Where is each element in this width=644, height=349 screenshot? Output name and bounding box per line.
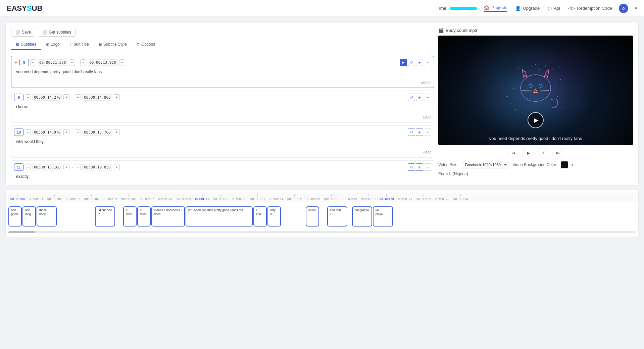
- subtitle-9-controls: 9 − 00:00:14.270 + - − 00:00:14.900 + ↺ …: [14, 94, 431, 101]
- subtitle-8-add-btn[interactable]: +: [416, 59, 423, 66]
- subtitle-11-end-minus[interactable]: −: [75, 164, 81, 170]
- sep-11: -: [71, 165, 73, 169]
- svg-point-15: [510, 103, 511, 104]
- subtitle-9-start-minus[interactable]: −: [25, 94, 31, 100]
- clip-ohh-alright[interactable]: ohh alrig...: [22, 206, 36, 227]
- svg-point-4: [539, 69, 540, 70]
- subtitle-8-play-btn[interactable]: ▶: [400, 59, 407, 66]
- tab-logo[interactable]: ▣ Logo: [41, 39, 64, 50]
- subtitle-10-controls: 10 − 00:00:14.970 + - − 00:00:15.700 + ↺…: [14, 129, 431, 136]
- user-dropdown-icon[interactable]: ▾: [635, 6, 637, 11]
- clip-you-played[interactable]: you playe...: [373, 206, 393, 227]
- bg-color-label: Video Background Color:: [513, 162, 557, 167]
- clip-you-need-text: you need depends pretty good i don't rea…: [188, 208, 250, 212]
- clip-and-that[interactable]: and that i...: [327, 206, 347, 227]
- skip-back-button[interactable]: ⏮: [508, 148, 519, 158]
- subtitle-9-del-btn[interactable]: −: [424, 94, 431, 101]
- clip-congratula[interactable]: congratula...: [352, 206, 372, 227]
- svg-point-10: [555, 85, 556, 85]
- subtitle-8-end-minus[interactable]: −: [80, 59, 86, 65]
- subtitle-11-text[interactable]: exactly: [14, 173, 431, 180]
- sep-10: -: [71, 130, 73, 134]
- video-play-button[interactable]: ▶: [528, 112, 544, 128]
- subtitle-11-add-btn[interactable]: +: [416, 163, 423, 171]
- time-indicator: [450, 7, 477, 10]
- clip-exactly[interactable]: exactl...: [306, 206, 319, 227]
- clip-it-does-2[interactable]: it does: [137, 206, 151, 227]
- subtitle-8-text[interactable]: you need depends pretty good i don't rea…: [14, 68, 431, 80]
- clip-didnt-see[interactable]: i didn't see th...: [95, 206, 115, 227]
- clip-it-does-1[interactable]: it does: [123, 206, 137, 227]
- subtitle-8-end-plus[interactable]: +: [119, 59, 125, 65]
- tab-subtitles[interactable]: ▦ Subtitles: [11, 39, 41, 50]
- ruler-mark-14: 00:00:14: [267, 194, 285, 201]
- subtitle-10-text[interactable]: why would they: [14, 138, 431, 150]
- subtitle-8-refresh-btn[interactable]: ↺: [408, 59, 415, 66]
- clip-and-that-text: and that i...: [330, 208, 345, 216]
- subtitle-11-start-plus[interactable]: +: [63, 164, 69, 170]
- clip-i-know[interactable]: i kno...: [253, 206, 267, 227]
- subtitle-10-refresh-btn[interactable]: ↺: [408, 129, 415, 136]
- video-size-select[interactable]: Facebook-1920x1080: [462, 161, 509, 168]
- logo[interactable]: EASYSUB: [7, 4, 42, 13]
- scrollbar-thumb[interactable]: [8, 231, 35, 233]
- svg-point-23: [521, 75, 551, 102]
- clip-those-body[interactable]: those body...: [37, 206, 57, 227]
- timeline-scrollbar[interactable]: [6, 231, 638, 234]
- subtitle-10-end-plus[interactable]: +: [114, 129, 120, 135]
- subtitle-10-add-btn[interactable]: +: [416, 129, 423, 136]
- subtitle-9-end-plus[interactable]: +: [114, 94, 120, 100]
- clip-ohh-good[interactable]: ohh good: [8, 206, 22, 227]
- clip-it-does-depends[interactable]: it does it depends it does: [151, 206, 185, 227]
- clip-it-does-1-text: it does: [126, 208, 134, 216]
- subtitle-10-start-minus[interactable]: −: [25, 129, 31, 135]
- subtitle-8-del-btn[interactable]: −: [424, 59, 431, 66]
- nav-projects[interactable]: 🏠 Projects: [484, 5, 507, 12]
- tab-text-title[interactable]: T Text Title: [64, 39, 94, 50]
- video-size-label: Video Size:: [438, 162, 459, 167]
- skip-forward-button[interactable]: ⏭: [552, 148, 563, 158]
- subtitle-item-9: 9 − 00:00:14.270 + - − 00:00:14.900 + ↺ …: [11, 91, 434, 123]
- subtitle-8-controls: ➤ 8 − 00:00:11.350 + - − 00:00:13.920 + …: [14, 59, 431, 66]
- subtitle-10-del-btn[interactable]: −: [424, 129, 431, 136]
- play-pause-button[interactable]: ▶: [523, 148, 534, 158]
- subtitle-11-start-minus[interactable]: −: [25, 164, 31, 170]
- save-button[interactable]: ⬜ Save: [11, 28, 35, 37]
- subtitle-11-refresh-btn[interactable]: ↺: [408, 163, 415, 171]
- nav-api[interactable]: ⬡ Api: [548, 6, 560, 11]
- bg-color-swatch[interactable]: [561, 161, 568, 168]
- subtitle-11-del-btn[interactable]: −: [424, 163, 431, 171]
- subtitle-8-start-minus[interactable]: −: [30, 59, 36, 65]
- subtitle-9-end-minus[interactable]: −: [75, 94, 81, 100]
- video-title-text: Body count.mp3: [446, 28, 477, 33]
- subtitle-10-start-plus[interactable]: +: [63, 129, 69, 135]
- subtitle-9-refresh-btn[interactable]: ↺: [408, 94, 415, 101]
- clips-container: ohh good ohh alrig... those body... i di…: [6, 204, 638, 231]
- clip-ohh-good-text: ohh good: [11, 208, 19, 216]
- subtitle-9-text[interactable]: i know: [14, 103, 431, 115]
- refresh-video-button[interactable]: ↺: [538, 148, 548, 158]
- subtitle-9-add-btn[interactable]: +: [416, 94, 423, 101]
- nav-redemption[interactable]: </> Redemption Code: [568, 6, 612, 11]
- subtitle-item-11: 11 − 00:00:18.160 + - − 00:00:19.030 + ↺…: [11, 160, 434, 180]
- user-avatar[interactable]: o: [619, 4, 628, 13]
- subtitle-9-start-plus[interactable]: +: [63, 94, 69, 100]
- subtitle-11-end-plus[interactable]: +: [114, 164, 120, 170]
- clip-you-need[interactable]: you need depends pretty good i don't rea…: [186, 206, 253, 227]
- subtitle-10-action-btns: ↺ + −: [408, 129, 431, 136]
- get-subtitles-button[interactable]: ⬜ Get subtitles: [38, 28, 76, 37]
- subtitle-10-end-minus[interactable]: −: [75, 129, 81, 135]
- ruler-mark-4: 00:00:04: [82, 194, 101, 201]
- tab-options[interactable]: ⚙ Options: [132, 39, 160, 50]
- bg-color-dropdown-icon[interactable]: ▾: [572, 163, 573, 167]
- subtitle-8-start-plus[interactable]: +: [69, 59, 75, 65]
- editor-tabs: ▦ Subtitles ▣ Logo T Text Title ▣ Subtit…: [11, 39, 434, 50]
- tab-subtitle-style[interactable]: ▣ Subtitle Style: [94, 39, 132, 50]
- nav-upgrade[interactable]: 👤 Upgrade: [515, 6, 540, 11]
- main-container: ⬜ Save ⬜ Get subtitles ▦ Subtitles ▣ Log…: [0, 17, 644, 349]
- ruler-mark-1: 00:00:01: [27, 194, 45, 201]
- sep-9: -: [71, 95, 73, 99]
- nav-api-label: Api: [554, 6, 560, 11]
- editor-toolbar: ⬜ Save ⬜ Get subtitles: [11, 28, 434, 37]
- clip-why-would[interactable]: why w...: [267, 206, 281, 227]
